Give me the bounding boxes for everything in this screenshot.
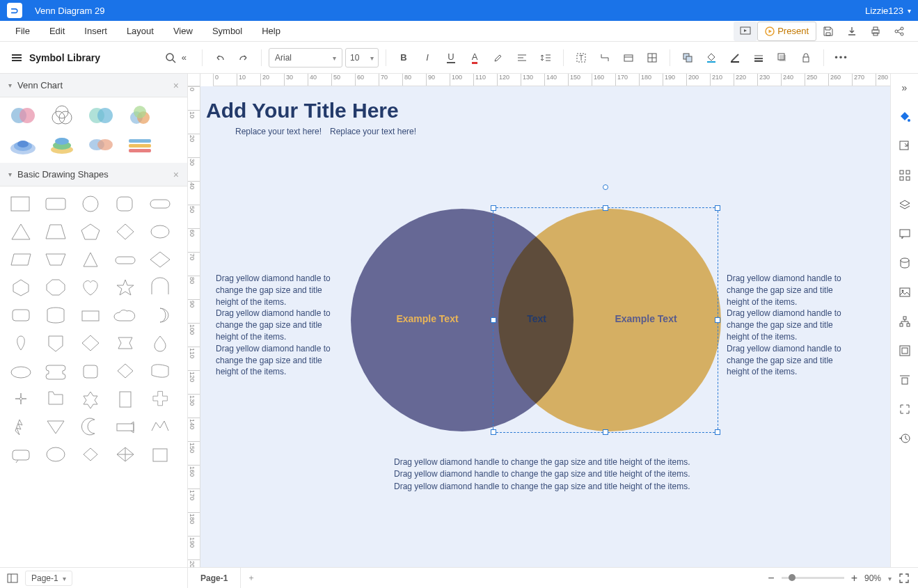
layers-panel-icon[interactable] <box>895 195 915 214</box>
shape-item[interactable] <box>113 277 138 298</box>
align-panel-icon[interactable] <box>895 370 915 390</box>
container-button[interactable] <box>618 47 639 68</box>
menu-layout[interactable]: Layout <box>117 21 164 42</box>
menu-insert[interactable]: Insert <box>74 21 117 42</box>
canvas-text-bottom[interactable]: Drag yellow diamond handle to change the… <box>394 456 742 493</box>
collapse-sidebar-icon[interactable]: « <box>182 52 187 63</box>
menu-file[interactable]: File <box>6 21 40 42</box>
align-button[interactable] <box>512 47 532 68</box>
shadow-button[interactable] <box>772 47 793 68</box>
shape-item[interactable] <box>148 416 173 437</box>
shape-item[interactable] <box>78 305 103 326</box>
connector-button[interactable] <box>594 47 615 68</box>
venn-stacked[interactable] <box>47 134 77 156</box>
venn-label-left[interactable]: Example Text <box>379 313 476 324</box>
venn-bars[interactable] <box>125 134 155 156</box>
resize-handle-tm[interactable] <box>603 205 608 211</box>
lock-button[interactable] <box>796 47 816 68</box>
zoom-out-button[interactable]: − <box>768 572 774 585</box>
shape-item[interactable] <box>113 333 138 353</box>
shape-item[interactable] <box>43 249 68 270</box>
shape-item[interactable] <box>8 221 33 242</box>
add-page-button[interactable]: ＋ <box>241 572 262 584</box>
menu-view[interactable]: View <box>164 21 203 42</box>
download-button[interactable] <box>840 22 864 41</box>
fill-color-button[interactable] <box>701 47 722 68</box>
fill-panel-icon[interactable] <box>895 107 915 127</box>
panel-basic-shapes[interactable]: ▾ Basic Drawing Shapes × <box>0 163 187 186</box>
shape-item[interactable] <box>8 249 33 270</box>
comment-panel-icon[interactable] <box>895 224 915 244</box>
shape-item[interactable] <box>43 388 68 409</box>
shape-item[interactable] <box>78 249 103 270</box>
shape-item[interactable] <box>78 333 103 353</box>
page-tab-1[interactable]: Page-1 <box>188 568 241 588</box>
zoom-in-button[interactable]: + <box>851 572 857 585</box>
shape-item[interactable] <box>113 249 138 270</box>
present-button[interactable]: Present <box>757 22 816 41</box>
shape-item[interactable] <box>8 444 33 465</box>
venn-2-color[interactable] <box>8 104 38 127</box>
shape-item[interactable] <box>78 416 103 437</box>
shape-item[interactable] <box>148 193 173 214</box>
shape-item[interactable] <box>78 193 103 214</box>
shape-item[interactable] <box>148 277 173 298</box>
export-panel-icon[interactable] <box>895 136 915 156</box>
italic-button[interactable]: I <box>417 47 438 68</box>
data-panel-icon[interactable] <box>895 253 915 273</box>
canvas-text-right[interactable]: Drag yellow diamond handle to change the… <box>727 273 845 378</box>
rotate-handle[interactable] <box>603 184 608 190</box>
shape-item[interactable] <box>113 305 138 326</box>
canvas-subtitle-1[interactable]: Replace your text here! <box>235 127 322 136</box>
page-selector[interactable]: Page-1 <box>25 571 72 586</box>
canvas-text-left[interactable]: Drag yellow diamond handle to change the… <box>216 273 334 378</box>
sitemap-panel-icon[interactable] <box>895 312 915 331</box>
close-icon[interactable]: × <box>173 169 179 180</box>
expand-right-panel[interactable]: » <box>895 78 915 97</box>
shape-item[interactable] <box>43 360 68 381</box>
shape-item[interactable] <box>78 388 103 409</box>
font-select[interactable]: Arial <box>269 48 342 67</box>
shape-item[interactable] <box>148 305 173 326</box>
user-menu[interactable]: Lizzie123 ▾ <box>865 6 911 16</box>
shape-item[interactable] <box>8 388 33 409</box>
shape-item[interactable] <box>113 388 138 409</box>
shape-item[interactable] <box>8 277 33 298</box>
print-button[interactable] <box>864 22 887 41</box>
menu-edit[interactable]: Edit <box>40 21 74 42</box>
resize-handle-bm[interactable] <box>603 429 608 435</box>
bold-button[interactable]: B <box>393 47 414 68</box>
shape-item[interactable] <box>148 444 173 465</box>
resize-handle-tl[interactable] <box>491 205 496 211</box>
apps-panel-icon[interactable] <box>895 166 915 185</box>
redo-button[interactable] <box>233 47 254 68</box>
canvas-subtitle-2[interactable]: Replace your text here! <box>330 127 416 136</box>
venn-3-outline[interactable] <box>47 104 77 127</box>
line-style-button[interactable] <box>748 47 769 68</box>
shape-item[interactable] <box>43 305 68 326</box>
underline-button[interactable]: U <box>441 47 461 68</box>
frame-panel-icon[interactable] <box>895 341 915 360</box>
shape-item[interactable] <box>78 360 103 381</box>
close-icon[interactable]: × <box>173 80 179 91</box>
save-button[interactable] <box>816 22 840 41</box>
shape-item[interactable] <box>113 444 138 465</box>
line-color-button[interactable] <box>725 47 745 68</box>
canvas[interactable]: Add Your Title Here Replace your text he… <box>200 86 890 567</box>
shape-item[interactable] <box>8 193 33 214</box>
resize-handle-mr[interactable] <box>715 317 720 323</box>
menu-help[interactable]: Help <box>252 21 290 42</box>
selection-box[interactable] <box>493 207 718 433</box>
zoom-value[interactable]: 90% <box>864 573 881 583</box>
menu-symbol[interactable]: Symbol <box>203 21 252 42</box>
shape-item[interactable] <box>8 360 33 381</box>
shape-item[interactable] <box>113 360 138 381</box>
shape-item[interactable] <box>113 221 138 242</box>
panel-venn-chart[interactable]: ▾ Venn Chart × <box>0 74 187 97</box>
zoom-slider-knob[interactable] <box>789 574 796 581</box>
shape-item[interactable] <box>78 277 103 298</box>
text-box-button[interactable]: T <box>571 47 592 68</box>
history-panel-icon[interactable] <box>895 429 915 448</box>
shape-item[interactable] <box>43 277 68 298</box>
venn-concentric[interactable] <box>8 134 38 156</box>
